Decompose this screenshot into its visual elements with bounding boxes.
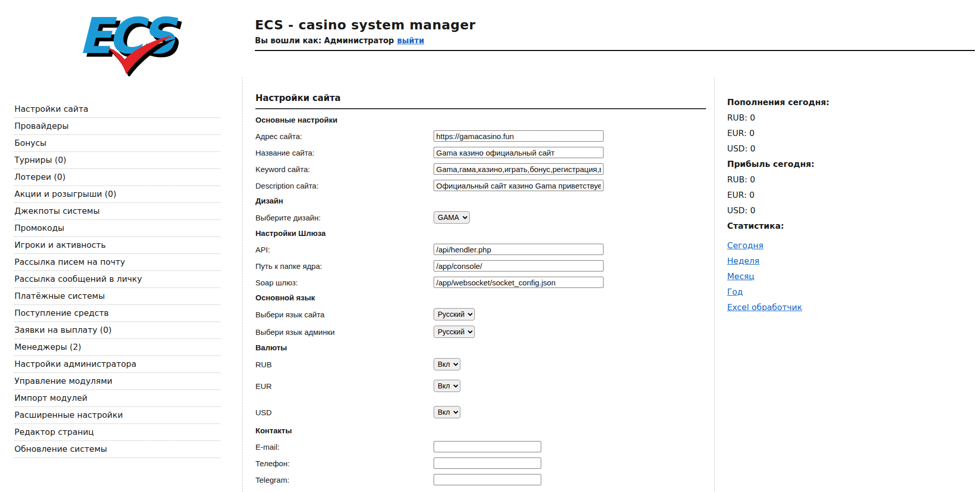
form-row-rub: RUB Вкл	[255, 358, 706, 370]
deposits-rub: RUB: 0	[727, 113, 980, 122]
admin-lang-label: Выбери язык админки	[255, 328, 434, 336]
form-row-usd: USD Вкл	[255, 406, 706, 418]
sidebar-item-system-update[interactable]: Обновление системы	[14, 441, 220, 458]
rub-label: RUB	[255, 360, 434, 369]
deposits-usd: USD: 0	[727, 144, 980, 153]
usd-label: USD	[255, 408, 434, 417]
site-lang-select[interactable]: Русский	[434, 308, 475, 320]
api-label: API:	[255, 245, 434, 254]
deposits-today-heading: Пополнения сегодня:	[727, 98, 980, 107]
page: { "colors": { "link": "#1266c8", "logo_b…	[0, 0, 980, 492]
rub-select[interactable]: Вкл	[434, 358, 460, 370]
stats-link-week[interactable]: Неделя	[727, 257, 760, 265]
page-title: Настройки сайта	[255, 93, 706, 103]
site-description-input[interactable]	[434, 180, 604, 191]
form-row-site-lang: Выбери язык сайта Русский	[255, 308, 706, 320]
form-row-core-path: Путь к папке ядра:	[255, 260, 706, 272]
eur-label: EUR	[255, 382, 434, 391]
stats-link-year[interactable]: Год	[727, 287, 743, 296]
design-label: Выберите дизайн:	[255, 213, 434, 222]
ecs-logo: ECS ECS	[74, 9, 182, 76]
sidebar-item-email-mailing[interactable]: Рассылка писем на почту	[14, 254, 220, 271]
sidebar-item-players-activity[interactable]: Игроки и активность	[14, 237, 220, 254]
app-title: ECS - casino system manager	[255, 18, 975, 32]
sidebar-item-jackpots[interactable]: Джекпоты системы	[14, 203, 220, 220]
telegram-input[interactable]	[434, 474, 541, 485]
site-settings-panel: Настройки сайта Основные настройки Адрес…	[242, 77, 714, 492]
stats-panel: Пополнения сегодня: RUB: 0 EUR: 0 USD: 0…	[714, 77, 980, 492]
sidebar-item-managers[interactable]: Менеджеры (2)	[14, 339, 220, 356]
site-name-label: Название сайта:	[255, 148, 434, 157]
core-path-input[interactable]	[434, 260, 604, 272]
site-settings-form: Основные настройки Адрес сайта: Название…	[255, 115, 706, 492]
email-label: E-mail:	[255, 443, 434, 451]
sidebar-item-payment-systems[interactable]: Платёжные системы	[14, 288, 220, 305]
header-divider	[255, 50, 975, 51]
header: ECS ECS ECS - casino system manager Вы в…	[0, 0, 980, 77]
stats-link-today[interactable]: Сегодня	[727, 241, 763, 250]
section-currencies-heading: Валюты	[255, 343, 706, 352]
api-input[interactable]	[434, 244, 604, 255]
site-keywords-input[interactable]	[434, 163, 604, 175]
admin-lang-select[interactable]: Русский	[434, 326, 475, 338]
form-row-admin-lang: Выбери язык админки Русский	[255, 326, 706, 338]
form-row-eur: EUR Вкл	[255, 380, 706, 392]
sidebar-item-module-management[interactable]: Управление модулями	[14, 373, 220, 390]
section-gateway-heading: Настройки Шлюза	[255, 229, 706, 237]
phone-label: Телефон:	[255, 459, 434, 468]
profit-usd: USD: 0	[727, 206, 980, 215]
sidebar-item-page-editor[interactable]: Редактор страниц	[14, 424, 220, 441]
profit-eur: EUR: 0	[727, 191, 980, 199]
ecs-logo-image: ECS ECS	[74, 9, 182, 76]
login-line: Вы вошли как: Администраторвыйти	[255, 36, 975, 45]
form-row-site-address: Адрес сайта:	[255, 130, 706, 142]
deposits-eur: EUR: 0	[727, 129, 980, 138]
sidebar-item-pm-mailing[interactable]: Рассылка сообщений в личку	[14, 271, 220, 288]
sidebar-item-lotteries[interactable]: Лотереи (0)	[14, 169, 220, 186]
form-row-api: API:	[255, 244, 706, 255]
title-divider	[255, 108, 706, 109]
section-design-heading: Дизайн	[255, 196, 706, 205]
section-basic-heading: Основные настройки	[255, 115, 706, 124]
stats-link-excel[interactable]: Excel обработчик	[727, 303, 802, 312]
sidebar-item-site-settings[interactable]: Настройки сайта	[14, 101, 220, 118]
form-row-telegram: Telegram:	[255, 474, 706, 485]
sidebar-item-promocodes[interactable]: Промокоды	[14, 220, 220, 237]
usd-select[interactable]: Вкл	[434, 406, 460, 418]
email-input[interactable]	[434, 441, 541, 452]
sidebar-item-tournaments[interactable]: Турниры (0)	[14, 152, 220, 169]
sidebar-item-admin-settings[interactable]: Настройки администратора	[14, 356, 220, 373]
form-row-site-name: Название сайта:	[255, 147, 706, 158]
statistics-heading: Статистика:	[727, 222, 980, 230]
sidebar-item-advanced-settings[interactable]: Расширенные настройки	[14, 407, 220, 424]
sidebar-item-incoming-funds[interactable]: Поступление средств	[14, 305, 220, 322]
soap-input[interactable]	[434, 277, 604, 288]
site-description-label: Description сайта:	[255, 181, 434, 190]
site-address-label: Адрес сайта:	[255, 132, 434, 141]
section-language-heading: Основной язык	[255, 293, 706, 302]
sidebar-item-promotions[interactable]: Акции и розыгрыши (0)	[14, 186, 220, 203]
design-select[interactable]: GAMA	[434, 211, 470, 224]
site-address-input[interactable]	[434, 130, 604, 142]
logout-link[interactable]: выйти	[397, 36, 424, 45]
section-contacts-heading: Контакты	[255, 426, 706, 435]
sidebar-item-payout-requests[interactable]: Заявки на выплату (0)	[14, 322, 220, 339]
site-keywords-label: Keyword сайта:	[255, 165, 434, 174]
sidebar-item-providers[interactable]: Провайдеры	[14, 118, 220, 135]
sidebar-item-module-import[interactable]: Импорт модулей	[14, 390, 220, 407]
phone-input[interactable]	[434, 457, 541, 469]
site-lang-label: Выбери язык сайта	[255, 310, 434, 319]
profit-today-heading: Прибыль сегодня:	[727, 160, 980, 168]
site-name-input[interactable]	[434, 147, 604, 158]
header-text-block: ECS - casino system manager Вы вошли как…	[255, 18, 975, 51]
sidebar-item-bonuses[interactable]: Бонусы	[14, 135, 220, 152]
main-layout: Настройки сайта Провайдеры Бонусы Турнир…	[0, 77, 980, 492]
form-row-email: E-mail:	[255, 441, 706, 452]
form-row-site-description: Description сайта:	[255, 180, 706, 191]
form-row-design: Выберите дизайн: GAMA	[255, 211, 706, 224]
eur-select[interactable]: Вкл	[434, 380, 460, 392]
telegram-label: Telegram:	[255, 476, 434, 484]
soap-label: Soap шлюз:	[255, 278, 434, 287]
stats-link-month[interactable]: Месяц	[727, 272, 754, 281]
statistics-gap	[727, 237, 980, 241]
